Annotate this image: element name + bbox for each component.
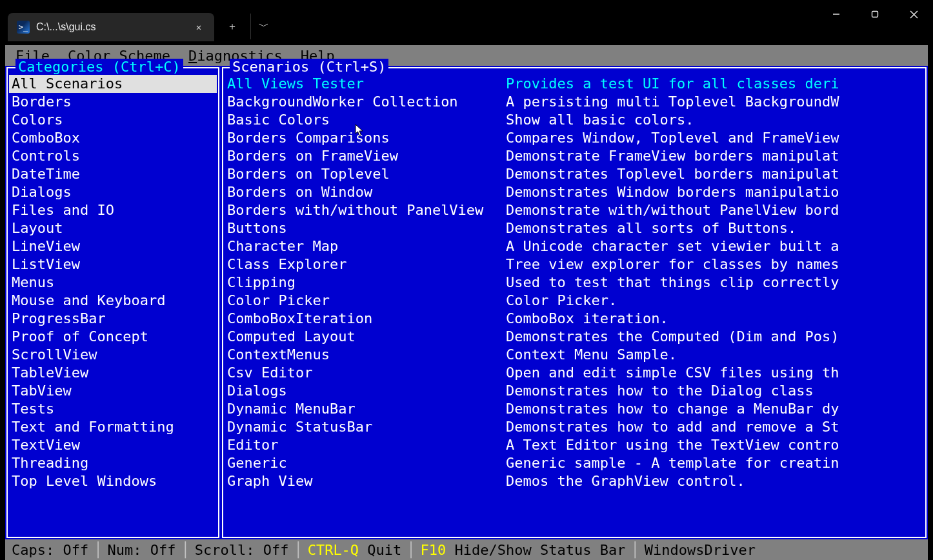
scenario-name: Borders Comparisons — [227, 129, 506, 147]
separator: │ — [294, 542, 302, 558]
tab-dropdown-button[interactable]: ﹀ — [250, 14, 276, 39]
separator: │ — [181, 542, 189, 558]
status-driver: WindowsDriver — [645, 542, 756, 558]
scenario-item[interactable]: ButtonsDemonstrates all sorts of Buttons… — [225, 219, 924, 237]
scenario-name: Borders with/without PanelView — [227, 201, 506, 219]
scenario-name: ComboBoxIteration — [227, 310, 506, 328]
scenario-item[interactable]: Borders on ToplevelDemonstrates Toplevel… — [225, 165, 924, 183]
category-item[interactable]: Text and Formatting — [9, 418, 217, 436]
category-item[interactable]: Controls — [9, 147, 217, 165]
minimize-button[interactable] — [817, 0, 856, 28]
category-item[interactable]: DateTime — [9, 165, 217, 183]
scenario-description: ComboBox iteration. — [506, 310, 921, 328]
status-f10[interactable]: F10 Hide/Show Status Bar — [421, 542, 626, 558]
scenario-description: Demonstrates Toplevel borders manipulat — [506, 165, 921, 183]
scenario-item[interactable]: All Views TesterProvides a test UI for a… — [225, 75, 924, 93]
app-body: Categories (Ctrl+C) All ScenariosBorders… — [5, 66, 928, 539]
scenario-description: Provides a test UI for all classes deri — [506, 75, 921, 93]
category-item[interactable]: ScrollView — [9, 346, 217, 364]
category-item[interactable]: Files and IO — [9, 201, 217, 219]
scenario-description: Demonstrates how to change a MenuBar dy — [506, 400, 921, 418]
scenario-item[interactable]: Basic ColorsShow all basic colors. — [225, 111, 924, 129]
scenario-name: Borders on FrameView — [227, 147, 506, 165]
scenario-name: Computed Layout — [227, 328, 506, 346]
category-item[interactable]: ListView — [9, 255, 217, 274]
category-item[interactable]: Proof of Concept — [9, 328, 217, 346]
terminal-tab[interactable]: >_ C:\...\s\gui.cs ✕ — [8, 13, 214, 41]
category-item[interactable]: Top Level Windows — [9, 472, 217, 490]
scenarios-list[interactable]: All Views TesterProvides a test UI for a… — [223, 68, 925, 492]
scenario-description: Demonstrates all sorts of Buttons. — [506, 219, 921, 237]
scenario-description: Open and edit simple CSV files using th — [506, 364, 921, 382]
scenario-item[interactable]: Class ExplorerTree view explorer for cla… — [225, 255, 924, 274]
category-item[interactable]: Tests — [9, 400, 217, 418]
category-item[interactable]: Menus — [9, 274, 217, 292]
scenario-name: Editor — [227, 436, 506, 454]
scenario-item[interactable]: Dynamic StatusBarDemonstrates how to add… — [225, 418, 924, 436]
scenario-name: Dynamic StatusBar — [227, 418, 506, 436]
categories-list[interactable]: All ScenariosBordersColorsComboBoxContro… — [8, 68, 218, 492]
maximize-button[interactable] — [856, 0, 894, 28]
status-num: Num: Off — [107, 542, 176, 558]
scenario-item[interactable]: Borders with/without PanelViewDemonstrat… — [225, 201, 924, 219]
category-item[interactable]: All Scenarios — [9, 75, 217, 93]
close-window-button[interactable] — [894, 0, 933, 28]
status-scroll: Scroll: Off — [195, 542, 289, 558]
scenario-item[interactable]: Borders on WindowDemonstrates Window bor… — [225, 183, 924, 201]
scenario-name: ContextMenus — [227, 346, 506, 364]
scenario-item[interactable]: Computed LayoutDemonstrates the Computed… — [225, 328, 924, 346]
scenario-name: Graph View — [227, 472, 506, 490]
scenario-item[interactable]: Color PickerColor Picker. — [225, 292, 924, 310]
svg-rect-1 — [872, 12, 878, 17]
scenario-item[interactable]: Graph ViewDemos the GraphView control. — [225, 472, 924, 490]
category-item[interactable]: Colors — [9, 111, 217, 129]
close-tab-button[interactable]: ✕ — [192, 22, 205, 32]
scenario-description: Demonstrates how to the Dialog class — [506, 382, 921, 400]
scenario-item[interactable]: GenericGeneric sample - A template for c… — [225, 454, 924, 472]
scenario-name: Borders on Toplevel — [227, 165, 506, 183]
scenario-item[interactable]: Character MapA Unicode character set vie… — [225, 237, 924, 255]
scenario-description: Demonstrates how to add and remove a St — [506, 418, 921, 436]
scenario-name: Class Explorer — [227, 255, 506, 274]
category-item[interactable]: Threading — [9, 454, 217, 472]
category-item[interactable]: Dialogs — [9, 183, 217, 201]
category-item[interactable]: TabView — [9, 382, 217, 400]
status-quit[interactable]: CTRL-Q Quit — [308, 542, 402, 558]
separator: │ — [94, 542, 102, 558]
window-titlebar: >_ C:\...\s\gui.cs ✕ ＋ ﹀ — [0, 0, 933, 41]
scenario-name: BackgroundWorker Collection — [227, 93, 506, 111]
category-item[interactable]: Borders — [9, 93, 217, 111]
scenario-item[interactable]: EditorA Text Editor using the TextView c… — [225, 436, 924, 454]
scenario-item[interactable]: ComboBoxIterationComboBox iteration. — [225, 310, 924, 328]
category-item[interactable]: LineView — [9, 237, 217, 255]
scenario-description: Show all basic colors. — [506, 111, 921, 129]
scenario-description: A persisting multi Toplevel BackgroundW — [506, 93, 921, 111]
powershell-icon: >_ — [17, 21, 30, 34]
tab-strip: >_ C:\...\s\gui.cs ✕ ＋ ﹀ — [0, 0, 276, 41]
scenario-item[interactable]: ContextMenusContext Menu Sample. — [225, 346, 924, 364]
scenario-name: Dynamic MenuBar — [227, 400, 506, 418]
scenario-item[interactable]: Dynamic MenuBarDemonstrates how to chang… — [225, 400, 924, 418]
category-item[interactable]: ComboBox — [9, 129, 217, 147]
scenario-item[interactable]: BackgroundWorker CollectionA persisting … — [225, 93, 924, 111]
scenario-description: A Unicode character set viewier built a — [506, 237, 921, 255]
scenario-item[interactable]: Borders on FrameViewDemonstrate FrameVie… — [225, 147, 924, 165]
scenario-name: Csv Editor — [227, 364, 506, 382]
scenario-name: All Views Tester — [227, 75, 506, 93]
category-item[interactable]: TableView — [9, 364, 217, 382]
scenario-item[interactable]: DialogsDemonstrates how to the Dialog cl… — [225, 382, 924, 400]
scenario-description: Demonstrate FrameView borders manipulat — [506, 147, 921, 165]
tab-title: C:\...\s\gui.cs — [36, 21, 186, 33]
scenario-item[interactable]: ClippingUsed to test that things clip co… — [225, 274, 924, 292]
scenario-item[interactable]: Borders ComparisonsCompares Window, Topl… — [225, 129, 924, 147]
scenarios-title: Scenarios (Ctrl+S) — [230, 59, 388, 75]
category-item[interactable]: Layout — [9, 219, 217, 237]
category-item[interactable]: ProgressBar — [9, 310, 217, 328]
category-item[interactable]: TextView — [9, 436, 217, 454]
scenario-item[interactable]: Csv EditorOpen and edit simple CSV files… — [225, 364, 924, 382]
scenario-name: Basic Colors — [227, 111, 506, 129]
new-tab-button[interactable]: ＋ — [219, 14, 245, 39]
scenario-description: Demonstrate with/without PanelView bord — [506, 201, 921, 219]
scenario-description: Context Menu Sample. — [506, 346, 921, 364]
category-item[interactable]: Mouse and Keyboard — [9, 292, 217, 310]
